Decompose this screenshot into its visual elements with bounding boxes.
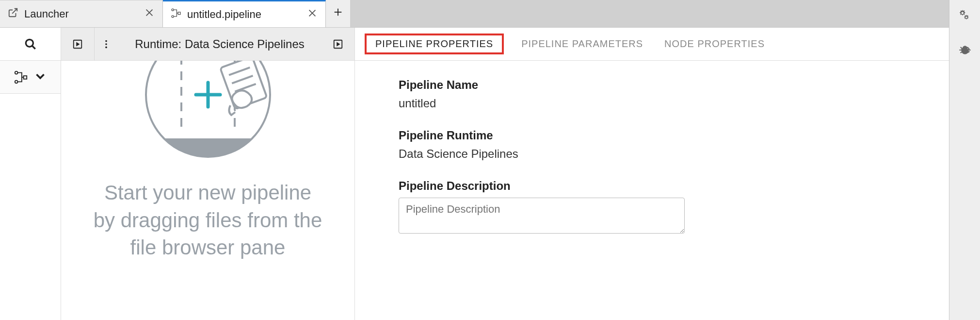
svg-point-4 <box>172 15 174 17</box>
svg-rect-5 <box>178 12 180 14</box>
tab-launcher[interactable]: Launcher <box>0 0 163 27</box>
tab-node-properties[interactable]: NODE PROPERTIES <box>660 36 769 51</box>
external-link-icon <box>8 7 18 21</box>
svg-point-17 <box>105 40 107 42</box>
gears-icon[interactable] <box>959 10 971 24</box>
svg-marker-21 <box>337 42 340 46</box>
toggle-panel-button[interactable] <box>321 28 354 61</box>
bug-icon[interactable] <box>959 44 971 58</box>
field-pipeline-description: Pipeline Description <box>399 179 936 236</box>
properties-tab-bar: PIPELINE PROPERTIES PIPELINE PARAMETERS … <box>355 28 980 61</box>
svg-point-12 <box>15 71 17 74</box>
svg-point-3 <box>172 9 174 11</box>
chevron-down-icon <box>33 69 48 85</box>
field-label: Pipeline Description <box>399 179 936 193</box>
properties-body: Pipeline Name untitled Pipeline Runtime … <box>355 61 980 271</box>
field-pipeline-runtime: Pipeline Runtime Data Science Pipelines <box>399 129 936 161</box>
tab-pipeline[interactable]: untitled.pipeline <box>163 0 326 27</box>
close-icon[interactable] <box>307 8 318 21</box>
field-pipeline-name: Pipeline Name untitled <box>399 78 936 110</box>
svg-point-13 <box>15 80 17 83</box>
pipeline-palette-button[interactable] <box>0 61 61 94</box>
main-area: Runtime: Data Science Pipelines <box>0 27 980 320</box>
tab-pipeline-parameters[interactable]: PIPELINE PARAMETERS <box>517 36 647 51</box>
pipeline-icon <box>171 8 181 21</box>
svg-marker-16 <box>76 42 80 46</box>
field-label: Pipeline Name <box>399 78 936 92</box>
canvas-hint-text: Start your new pipeline by dragging file… <box>92 179 324 262</box>
add-tab-button[interactable] <box>326 0 350 27</box>
svg-line-11 <box>32 46 35 49</box>
highlight-box: PIPELINE PROPERTIES <box>365 34 504 54</box>
close-icon[interactable] <box>144 7 155 21</box>
svg-point-19 <box>105 46 107 48</box>
tab-pipeline-properties[interactable]: PIPELINE PROPERTIES <box>371 36 497 51</box>
plus-icon <box>333 7 343 20</box>
canvas-illustration <box>135 61 281 174</box>
svg-point-10 <box>26 39 33 47</box>
search-button[interactable] <box>0 28 61 61</box>
field-value: untitled <box>399 97 936 110</box>
tab-launcher-label: Launcher <box>24 8 138 20</box>
runtime-label: Runtime: Data Science Pipelines <box>118 37 321 51</box>
svg-point-18 <box>105 43 107 45</box>
more-menu-button[interactable] <box>95 28 118 61</box>
properties-panel: PIPELINE PROPERTIES PIPELINE PARAMETERS … <box>355 28 980 320</box>
field-value: Data Science Pipelines <box>399 147 936 161</box>
editor-toolbar: Runtime: Data Science Pipelines <box>61 28 354 61</box>
tab-bar: Launcher untitled.pipeline <box>0 0 980 27</box>
svg-line-0 <box>12 8 17 13</box>
description-textarea[interactable] <box>399 198 685 234</box>
save-button[interactable] <box>61 28 94 61</box>
svg-rect-14 <box>23 76 27 79</box>
right-utility-strip <box>949 0 980 320</box>
tab-pipeline-label: untitled.pipeline <box>187 8 301 21</box>
field-label: Pipeline Runtime <box>399 129 936 142</box>
canvas-area[interactable]: Start your new pipeline by dragging file… <box>61 61 354 320</box>
left-sidebar <box>0 28 61 320</box>
editor-column: Runtime: Data Science Pipelines <box>61 28 355 320</box>
